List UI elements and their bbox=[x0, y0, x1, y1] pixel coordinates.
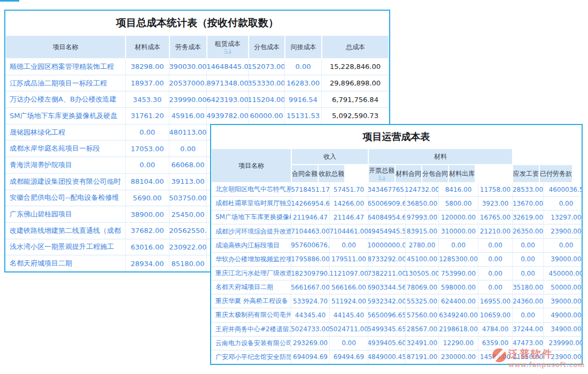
project-name-cell[interactable]: 顺德工业园区档案管理精装饰工程 bbox=[5, 59, 126, 75]
value-cell: 37682.00 bbox=[126, 223, 169, 239]
table-row[interactable]: 王府井商务中心#2楼遗留工5024733.005024711.005499345… bbox=[211, 323, 582, 337]
column-header-material-cost: 材料成本 bbox=[126, 35, 169, 59]
value-cell: 7382211.00 bbox=[368, 267, 406, 280]
value-cell: 230000.00 bbox=[439, 350, 478, 364]
value-cell: 97993.00 bbox=[406, 211, 439, 224]
value-cell: 17053.00 bbox=[126, 141, 169, 157]
value-cell: 5024711.00 bbox=[330, 323, 368, 337]
project-name-cell[interactable]: 重庆太极制药有限公司亳州 bbox=[211, 308, 291, 322]
table-row[interactable]: 江苏成品油二期项目一标段工程18937.0020537000.8971348.0… bbox=[5, 75, 389, 92]
value-cell: 4939782.00 bbox=[207, 108, 249, 124]
table-row[interactable]: 成都杜甫草堂临时展厅独立14266954.614266.0065006909.6… bbox=[211, 197, 582, 211]
value-cell: 23900.00 bbox=[544, 224, 582, 238]
project-name-cell[interactable]: 成都杜甫草堂临时展厅独立 bbox=[211, 197, 291, 211]
table-row[interactable]: 成渝高铁内江标段项目957600676.0.0010000000.02780.0… bbox=[211, 239, 582, 253]
project-name-cell[interactable]: 云南电力设备安装有限公司 bbox=[211, 337, 291, 350]
table-row[interactable]: 成都沙河环境综合提升改造7104463.007104461.0049454945… bbox=[211, 224, 582, 238]
project-name-cell[interactable]: 浅水湾小区一期景观提升工程施工 bbox=[5, 239, 126, 256]
value-cell: 5024733.00 bbox=[291, 323, 330, 337]
operating-cost-table-panel: 项目运营成本表 项目名称 收入 合同金额 收款总额 材料 开票总额 bbox=[210, 124, 583, 365]
value-cell: 14266.00 bbox=[330, 197, 368, 211]
value-cell: 15131.53 bbox=[285, 108, 322, 124]
value-cell: 85180.00 bbox=[169, 255, 207, 271]
value-cell: 6,791,756.84 bbox=[322, 91, 389, 108]
value-cell: 310000.00 bbox=[439, 224, 478, 238]
header-group-income: 收入 合同金额 收款总额 bbox=[291, 149, 368, 183]
value-cell: 0.00 bbox=[169, 141, 207, 157]
project-name-cell[interactable]: 王府井商务中心#2楼遗留工 bbox=[211, 323, 291, 337]
sort-icon[interactable] bbox=[224, 49, 231, 54]
project-name-cell[interactable]: 北京朝阳区电气中芯特气系统 bbox=[211, 183, 291, 197]
value-cell: 230922.00 bbox=[169, 239, 207, 256]
project-name-cell[interactable]: 成都沙河环境综合提升改造 bbox=[211, 224, 291, 238]
project-name-cell[interactable]: 晟铭园林绿化工程 bbox=[5, 124, 126, 141]
project-name-cell[interactable]: SM广场地下车库更换摄像机及硬盘 bbox=[5, 108, 126, 124]
project-name-cell[interactable]: 青海洪湖养护院项目 bbox=[5, 157, 126, 174]
table-row[interactable]: 名都天府城项目二期5661667.00566166.006903344.5678… bbox=[211, 280, 582, 294]
value-cell: 179511.00 bbox=[330, 253, 368, 267]
watermark: 泛普软件 www.fanpusoft.com bbox=[492, 347, 585, 369]
value-cell: 10659.00 bbox=[478, 308, 513, 322]
project-name-cell[interactable]: 安徽合肥供电公司--配电设备检修维 bbox=[5, 190, 126, 207]
sort-icon[interactable] bbox=[378, 175, 385, 181]
project-name-cell[interactable]: 广安邓小平纪念馆安全防范 bbox=[211, 350, 291, 364]
value-cell: 152073.00 bbox=[249, 59, 285, 75]
project-name-cell[interactable]: 重庆华夏 外高桥工程设备 bbox=[211, 294, 291, 308]
table-row[interactable]: 华软办公楼增加视频监控项1795886.00179511.008733292.0… bbox=[211, 253, 582, 267]
project-name-cell[interactable]: SM广场地下车库更换摄像机 bbox=[211, 211, 291, 224]
project-name-cell[interactable]: 重庆江北污水处理厂级改造 bbox=[211, 267, 291, 280]
table-row[interactable]: 万达办公楼左侧A、B办公楼改造建3453.30239990.006423193.… bbox=[5, 91, 389, 108]
group-label-material: 材料 bbox=[368, 149, 513, 165]
value-cell: 63016.00 bbox=[126, 239, 169, 256]
value-cell: 0.00 bbox=[285, 59, 322, 75]
value-cell: 694094.69 bbox=[291, 350, 330, 364]
value-cell: 4784.00 bbox=[478, 323, 513, 337]
table-row[interactable]: 北京朝阳区电气中芯特气系统5718451.1757451.70343467765… bbox=[211, 183, 582, 197]
value-cell: 0.00 bbox=[478, 239, 513, 253]
value-cell: 7104463.00 bbox=[291, 224, 330, 238]
value-cell: 5,092,590.73 bbox=[322, 108, 389, 124]
value-cell: 16765.00 bbox=[478, 211, 513, 224]
project-name-cell[interactable]: 成都水岸华庭名苑项目一标段 bbox=[5, 141, 126, 157]
table-row[interactable]: SM广场地下车库更换摄像机211946.4721146.4764084954.6… bbox=[211, 211, 582, 224]
value-cell: 6903344.56 bbox=[368, 280, 406, 294]
project-name-cell[interactable]: 江苏成品油二期项目一标段工程 bbox=[5, 75, 126, 92]
project-name-cell[interactable]: 成都能源建设集团投资有限公司临时 bbox=[5, 174, 126, 190]
column-header-receipt-total: 收款总额 bbox=[318, 165, 345, 183]
value-cell: 182309790. bbox=[291, 267, 330, 280]
value-cell: 6349240.00 bbox=[439, 308, 478, 322]
project-name-cell[interactable]: 华软办公楼增加视频监控项 bbox=[211, 253, 291, 267]
value-cell: 753990.00 bbox=[439, 267, 478, 280]
value-cell: 7104461.00 bbox=[330, 224, 368, 238]
value-cell: 78069.00 bbox=[406, 280, 439, 294]
value-cell: 32491.00 bbox=[406, 337, 439, 350]
value-cell: 28934.00 bbox=[126, 255, 169, 271]
table-row[interactable]: 顺德工业园区档案管理精装饰工程38298.00390030.0014648445… bbox=[5, 59, 389, 75]
value-cell: 211946.47 bbox=[291, 211, 330, 224]
project-name-cell[interactable]: 成渝高铁内江标段项目 bbox=[211, 239, 291, 253]
value-cell: 25450.00 bbox=[169, 206, 207, 223]
table-row[interactable]: 重庆江北污水处理厂级改造182309790.1121097.007382211.… bbox=[211, 267, 582, 280]
table-row[interactable]: 重庆太极制药有限公司亳州44345.4044145.405650096.6557… bbox=[211, 308, 582, 322]
value-cell: 533924.70 bbox=[291, 294, 330, 308]
column-header-material-contract: 材料合同 bbox=[395, 165, 422, 183]
value-cell: 130505.00 bbox=[406, 267, 439, 280]
project-name-cell[interactable]: 广东佛山碧桂园项目 bbox=[5, 206, 126, 223]
value-cell: 1285300.00 bbox=[439, 253, 478, 267]
column-header-subcontract: 分包合同 bbox=[422, 165, 448, 183]
value-cell: 124732.00 bbox=[406, 183, 439, 197]
project-name-cell[interactable]: 名都天府城项目二期 bbox=[211, 280, 291, 294]
table-row[interactable]: SM广场地下车库更换摄像机及硬盘31761.2045916.004939782.… bbox=[5, 108, 389, 124]
project-name-cell[interactable]: 万达办公楼左侧A、B办公楼改造建 bbox=[5, 91, 126, 108]
operating-cost-table-header: 项目名称 收入 合同金额 收款总额 材料 开票总额 bbox=[211, 149, 582, 183]
value-cell: 2780.00 bbox=[406, 239, 439, 253]
value-cell: 83915.00 bbox=[406, 224, 439, 238]
value-cell: 32619.00 bbox=[513, 211, 544, 224]
column-header-invoice-total[interactable]: 开票总额 bbox=[368, 165, 395, 183]
value-cell: 4939405.60 bbox=[368, 337, 406, 350]
value-cell: 0.00 bbox=[513, 308, 544, 322]
project-name-cell[interactable]: 改建铁路线增建第二线直通线（成都 bbox=[5, 223, 126, 239]
project-name-cell[interactable]: 名都天府城项目二期 bbox=[5, 255, 126, 271]
column-header-rental-cost[interactable]: 租赁成本 bbox=[207, 35, 249, 59]
table-row[interactable]: 重庆华夏 外高桥工程设备533924.70511924.005932342.00… bbox=[211, 294, 582, 308]
